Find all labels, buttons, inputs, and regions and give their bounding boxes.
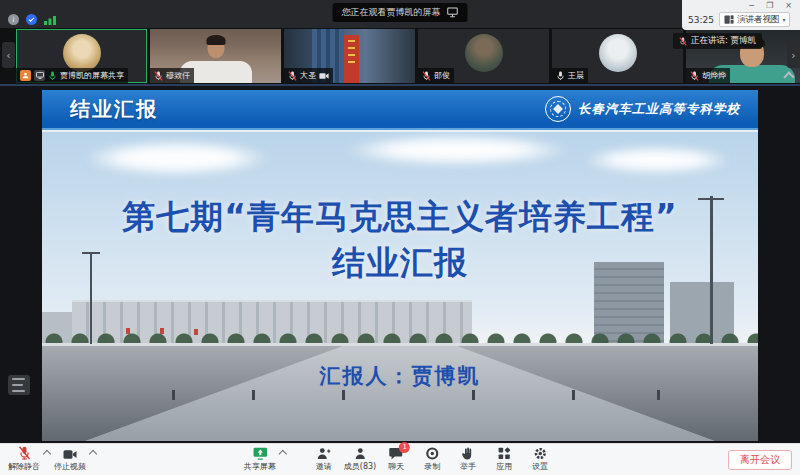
shared-screen-stage: 结业汇报 长春汽车工业高等专科学校	[0, 88, 800, 443]
microphone-on-icon	[48, 71, 57, 81]
participant-nametag: 大圣	[284, 68, 333, 83]
campus-photo: 第七期“青年马克思主义者培养工程” 结业汇报 汇报人：贾博凯	[42, 132, 758, 441]
view-mode-label: 演讲者视图	[737, 14, 780, 26]
thumbnail-participant[interactable]: 穆致仟	[150, 29, 281, 83]
raise-hand-label: 举手	[460, 461, 476, 472]
watching-banner-text: 您正在观看贾博凯的屏幕	[342, 6, 441, 19]
chat-label: 聊天	[388, 461, 404, 472]
scroll-right-button[interactable]: ›	[787, 42, 800, 68]
speaker-view-icon	[724, 15, 734, 24]
watching-banner: 您正在观看贾博凯的屏幕	[333, 3, 468, 22]
invite-label: 邀请	[316, 461, 332, 472]
meeting-window: i 您正在观看贾博凯的屏幕 ─ ❐ × 53:25 演讲者视图	[0, 0, 800, 475]
microphone-muted-icon	[422, 71, 431, 81]
microphone-muted-icon	[690, 71, 699, 81]
participant-nametag: 穆致仟	[150, 68, 194, 83]
unmute-button[interactable]: 解除静音	[8, 446, 40, 472]
members-label: 成员(83)	[344, 461, 376, 472]
microphone-muted-icon	[18, 446, 31, 460]
settings-label: 设置	[532, 461, 548, 472]
participant-nametag: 胡烨烨	[686, 68, 730, 83]
share-screen-icon	[252, 446, 267, 460]
settings-button[interactable]: 设置	[524, 446, 556, 472]
bollard	[172, 390, 175, 400]
raise-hand-button[interactable]: 举手	[452, 446, 484, 472]
thumbnail-participant[interactable]: 王晨	[552, 29, 683, 83]
avatar	[465, 34, 503, 72]
record-icon	[426, 446, 439, 460]
video-thumbnail-strip: ‹ 贾博凯的屏幕共享 穆致仟	[0, 28, 800, 86]
participant-nametag: 贾博凯的屏幕共享	[16, 68, 128, 83]
toolbar-left-group: 解除静音 停止视频	[8, 446, 96, 472]
thumbnail-participant[interactable]: 大圣	[284, 29, 415, 83]
speaking-indicator: 正在讲话: 贾博凯	[673, 33, 762, 49]
microphone-muted-icon	[288, 71, 297, 81]
share-screen-button[interactable]: 共享屏幕	[244, 446, 276, 472]
cloud	[582, 146, 732, 174]
settings-gear-icon	[534, 446, 547, 460]
school-logo: 长春汽车工业高等专科学校	[545, 96, 740, 122]
monitor-icon[interactable]	[447, 7, 459, 18]
plaza	[42, 346, 758, 441]
apps-label: 应用	[496, 461, 512, 472]
stop-video-label: 停止视频	[54, 461, 86, 472]
view-mode-button[interactable]: 演讲者视图 ▾	[719, 12, 791, 27]
record-label: 录制	[424, 461, 440, 472]
participant-name: 胡烨烨	[702, 70, 726, 81]
screen-share-badge-icon	[34, 70, 45, 81]
mic-options-caret-icon[interactable]	[43, 450, 51, 458]
speaking-indicator-text: 正在讲话: 贾博凯	[691, 35, 756, 47]
chat-badge: 1	[399, 442, 410, 453]
members-icon	[353, 446, 366, 460]
stop-video-button[interactable]: 停止视频	[54, 446, 86, 472]
invite-button[interactable]: 邀请	[308, 446, 340, 472]
caret-down-icon: ▾	[782, 16, 785, 23]
leave-meeting-button[interactable]: 离开会议	[728, 450, 792, 470]
maximize-button[interactable]: ❐	[766, 1, 773, 11]
top-right-panel: ─ ❐ × 53:25 演讲者视图 ▾	[682, 0, 800, 30]
avatar	[63, 34, 101, 72]
flag	[194, 329, 198, 335]
apps-button[interactable]: 应用	[488, 446, 520, 472]
bollard	[472, 390, 475, 400]
participant-nametag: 邵俊	[418, 68, 454, 83]
share-options-caret-icon[interactable]	[279, 450, 287, 458]
microphone-muted-icon	[679, 37, 687, 46]
close-button[interactable]: ×	[785, 1, 792, 11]
record-button[interactable]: 录制	[416, 446, 448, 472]
minimize-button[interactable]: ─	[749, 1, 754, 11]
scroll-left-button[interactable]: ‹	[2, 42, 15, 68]
info-icon[interactable]: i	[8, 14, 19, 25]
flag	[160, 328, 164, 334]
slide-header-title: 结业汇报	[70, 96, 158, 123]
participant-name: 邵俊	[434, 70, 450, 81]
participant-nametag: 王晨	[552, 68, 588, 83]
avatar	[599, 34, 637, 72]
toolbar-center-group: 共享屏幕 邀请 成员(83) 1 聊天	[244, 446, 556, 472]
microphone-on-icon	[556, 71, 565, 81]
window-controls: ─ ❐ ×	[682, 0, 800, 11]
shield-icon[interactable]	[26, 14, 37, 25]
network-signal-icon[interactable]	[44, 10, 56, 29]
bollard	[657, 390, 660, 400]
school-name: 长春汽车工业高等专科学校	[578, 101, 740, 118]
presenter-line: 汇报人：贾博凯	[42, 362, 758, 390]
video-options-caret-icon[interactable]	[89, 450, 97, 458]
bollard	[252, 390, 255, 400]
thumbnail-participant[interactable]: 邵俊	[418, 29, 549, 83]
camera-icon	[319, 72, 329, 80]
slide-title-line2: 结业汇报	[42, 240, 758, 286]
participant-name: 贾博凯的屏幕共享	[60, 70, 124, 81]
share-screen-label: 共享屏幕	[244, 461, 276, 472]
chat-button[interactable]: 1 聊天	[380, 446, 412, 472]
meeting-timer: 53:25	[688, 15, 714, 25]
floating-menu-icon[interactable]	[8, 375, 30, 395]
members-button[interactable]: 成员(83)	[344, 446, 376, 472]
thumbnail-screen-share[interactable]: 贾博凯的屏幕共享	[16, 29, 147, 83]
camera-icon	[63, 446, 77, 460]
participant-name: 大圣	[300, 70, 316, 81]
bollard	[572, 390, 575, 400]
view-controls: 53:25 演讲者视图 ▾	[682, 11, 800, 27]
participant-name: 穆致仟	[166, 70, 190, 81]
microphone-muted-icon	[154, 71, 163, 81]
